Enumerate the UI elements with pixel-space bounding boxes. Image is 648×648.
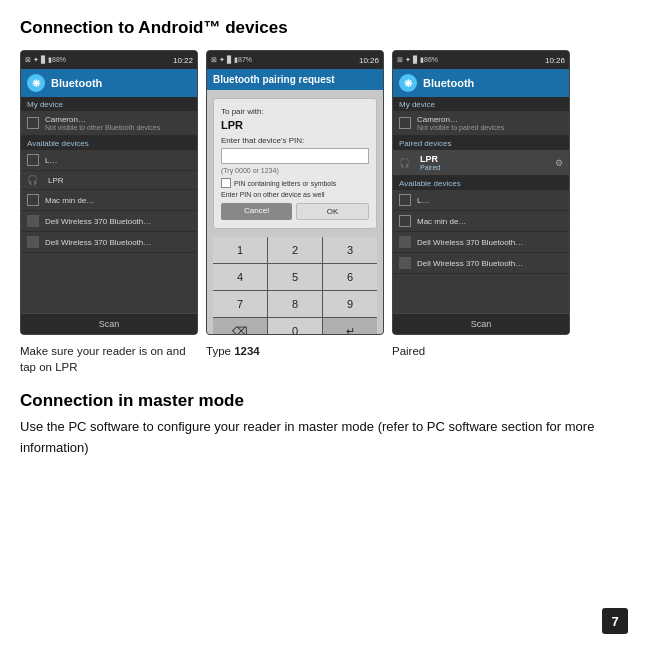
numpad-row2: 4 5 6 — [213, 264, 377, 291]
screen3-lpr-status: Paired — [420, 164, 549, 171]
caption3: Paired — [392, 343, 570, 375]
screen3-lpr-name: LPR — [420, 154, 549, 164]
screen3-status-bar: ⊠ ✦ ▊ ▮86% 10:26 — [393, 51, 569, 69]
screen3-item4-icon — [399, 257, 411, 269]
numpad-key-4[interactable]: 4 — [213, 264, 268, 290]
screen2-checkbox[interactable] — [221, 178, 231, 188]
screen3-my-device: Cameron… Not visible to paired devices — [393, 111, 569, 136]
screen3-bt-header: ❋ Bluetooth — [393, 69, 569, 97]
numpad-key-9[interactable]: 9 — [323, 291, 377, 317]
screen3-device-checkbox — [399, 117, 411, 129]
screen2: ⊠ ✦ ▊ ▮87% 10:26 Bluetooth pairing reque… — [206, 50, 384, 335]
numpad-key-backspace[interactable]: ⌫ — [213, 318, 268, 335]
screen3-mydevice-label: My device — [393, 97, 569, 111]
screen3-item3-text: Dell Wireless 370 Bluetooth… — [417, 238, 563, 247]
screen2-status-bar: ⊠ ✦ ▊ ▮87% 10:26 — [207, 51, 383, 69]
screen1-item3-icon — [27, 194, 39, 206]
screen2-header: Bluetooth pairing request — [207, 69, 383, 90]
screen3-lpr-paired: 🎧 LPR Paired ⚙ — [393, 150, 569, 176]
section2-body: Use the PC software to configure your re… — [20, 417, 628, 459]
section2-title: Connection in master mode — [20, 391, 628, 411]
screen3-item2: Mac min de… — [393, 211, 569, 232]
screen3-item3: Dell Wireless 370 Bluetooth… — [393, 232, 569, 253]
screen3-item4: Dell Wireless 370 Bluetooth… — [393, 253, 569, 274]
screen1-item3-text: Mac min de… — [45, 196, 191, 205]
section1-title: Connection to Android™ devices — [20, 18, 628, 38]
screen2-hint: (Try 0000 or 1234) — [221, 167, 369, 174]
wifi-icon: ⊠ — [25, 56, 31, 64]
screen3-content: ❋ Bluetooth My device Cameron… Not visib… — [393, 69, 569, 334]
numpad-key-enter[interactable]: ↵ — [323, 318, 377, 335]
numpad-key-5[interactable]: 5 — [268, 264, 323, 290]
screen1-status-bar: ⊠ ✦ ▊ ▮88% 10:22 — [21, 51, 197, 69]
numpad-key-7[interactable]: 7 — [213, 291, 268, 317]
screen1-mydevice-label: My device — [21, 97, 197, 111]
screen1-item4: Dell Wireless 370 Bluetooth… — [21, 211, 197, 232]
caption2: Type 1234 — [206, 343, 384, 375]
screen2-pin-input[interactable] — [221, 148, 369, 164]
screen1-status-icons: ⊠ ✦ ▊ ▮88% — [25, 56, 66, 64]
screen3-status-icons: ⊠ ✦ ▊ ▮86% — [397, 56, 438, 64]
numpad-key-3[interactable]: 3 — [323, 237, 377, 263]
screen3-gear-icon[interactable]: ⚙ — [555, 158, 563, 168]
screen3-headphone-icon: 🎧 — [399, 158, 410, 168]
screen1-bt-header: ❋ Bluetooth — [21, 69, 197, 97]
screen2-topair: To pair with: — [221, 107, 369, 116]
screen1-item3: Mac min de… — [21, 190, 197, 211]
screen1-content: ❋ Bluetooth My device Cameron… Not visib… — [21, 69, 197, 334]
screen1-device-name: Cameron… — [45, 115, 191, 124]
screen1-my-device: Cameron… Not visible to other Bluetooth … — [21, 111, 197, 136]
screen3-bt-title: Bluetooth — [423, 77, 474, 89]
screen3-item3-icon — [399, 236, 411, 248]
screen3-item1-icon — [399, 194, 411, 206]
screen3-scan-btn[interactable]: Scan — [393, 313, 569, 334]
signal-icon: ▊ — [41, 56, 46, 64]
screen3-wifi-icon: ⊠ — [397, 56, 403, 64]
screen3-signal-icon: ▊ — [413, 56, 418, 64]
screen1-item4-text: Dell Wireless 370 Bluetooth… — [45, 217, 191, 226]
screen3-battery-icon: ▮86% — [420, 56, 438, 64]
screen2-wifi-icon: ⊠ — [211, 56, 217, 64]
screen2-dialog: To pair with: LPR Enter that device's PI… — [213, 98, 377, 229]
screenshots-row: ⊠ ✦ ▊ ▮88% 10:22 ❋ Bluetooth My device C… — [20, 50, 628, 335]
numpad-row3: 7 8 9 — [213, 291, 377, 318]
screen3-device-sub: Not visible to paired devices — [417, 124, 563, 131]
screen1-item5-text: Dell Wireless 370 Bluetooth… — [45, 238, 191, 247]
screen1-item1-text: L… — [45, 156, 191, 165]
screen1-bt-title: Bluetooth — [51, 77, 102, 89]
screen1-device-sub: Not visible to other Bluetooth devices — [45, 124, 191, 131]
numpad-key-2[interactable]: 2 — [268, 237, 323, 263]
numpad-row4: ⌫ 0 ↵ — [213, 318, 377, 335]
screen1-item5-icon — [27, 236, 39, 248]
screen2-device-name: LPR — [221, 119, 369, 131]
battery-icon: ▮88% — [48, 56, 66, 64]
screen2-note: Enter PIN on other device as well — [221, 191, 369, 198]
numpad-key-1[interactable]: 1 — [213, 237, 268, 263]
numpad-key-8[interactable]: 8 — [268, 291, 323, 317]
caption1: Make sure your reader is on and tap on L… — [20, 343, 198, 375]
screen3-available-label: Available devices — [393, 176, 569, 190]
screen3: ⊠ ✦ ▊ ▮86% 10:26 ❋ Bluetooth My device C… — [392, 50, 570, 335]
screen3-item1-text: L… — [417, 196, 563, 205]
screen2-ok-btn[interactable]: OK — [296, 203, 369, 220]
screen3-item2-text: Mac min de… — [417, 217, 563, 226]
page-number: 7 — [602, 608, 628, 634]
screen3-device-name: Cameron… — [417, 115, 563, 124]
screen1-lpr: 🎧 LPR — [21, 171, 197, 190]
screen1-item5: Dell Wireless 370 Bluetooth… — [21, 232, 197, 253]
bt-status-icon: ✦ — [33, 56, 39, 64]
screen2-checkbox-label: PIN containing letters or symbols — [234, 180, 336, 187]
screen3-bt-icon: ✦ — [405, 56, 411, 64]
screen2-header-text: Bluetooth pairing request — [213, 74, 377, 85]
bluetooth-icon: ❋ — [27, 74, 45, 92]
screen1-item1: L… — [21, 150, 197, 171]
numpad-key-6[interactable]: 6 — [323, 264, 377, 290]
screen1-available-label: Available devices — [21, 136, 197, 150]
screen2-cancel-btn[interactable]: Cancel — [221, 203, 292, 220]
page: ENGLISH Connection to Android™ devices ⊠… — [0, 0, 648, 648]
screen1: ⊠ ✦ ▊ ▮88% 10:22 ❋ Bluetooth My device C… — [20, 50, 198, 335]
screen1-lpr-text: LPR — [48, 176, 191, 185]
screen2-signal-icon: ▊ — [227, 56, 232, 64]
numpad-key-0[interactable]: 0 — [268, 318, 323, 335]
screen1-scan-btn[interactable]: Scan — [21, 313, 197, 334]
